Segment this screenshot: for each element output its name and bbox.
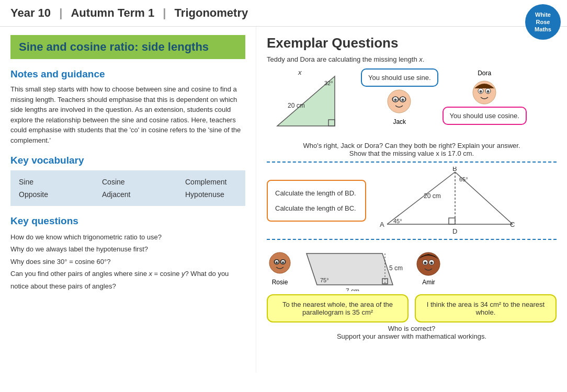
svg-text:C: C [510, 221, 515, 228]
dora-label: Dora [478, 70, 491, 77]
svg-text:45°: 45° [393, 218, 402, 224]
jack-label: Jack [393, 118, 406, 125]
section-title-box: Sine and cosine ratio: side lengths [10, 35, 245, 59]
jack-section: You should use sine. [361, 68, 438, 125]
notes-title: Notes and guidance [10, 68, 245, 80]
amir-yellow-bubble: I think the area is 34 cm² to the neares… [415, 294, 557, 322]
vocab-title: Key vocabulary [10, 155, 245, 166]
year-label: Year 10 [10, 6, 51, 19]
q3-footer: Who is correct? Support your answer with… [267, 325, 557, 340]
logo-line2: Rose [536, 18, 550, 26]
section-title: Sine and cosine ratio: side lengths [19, 40, 237, 54]
question-3: Why does sine 30° = cosine 60°? [10, 256, 245, 268]
vocab-complement: Complement [185, 178, 237, 186]
q2-instruction2: Calculate the length of BC. [275, 202, 358, 214]
vocab-row-2: Opposite Adjacent Hypotenuse [19, 188, 237, 201]
right-panel: Exemplar Questions Teddy and Dora are ca… [256, 27, 567, 373]
parallelogram-svg: 75° 5 cm 7 cm [301, 244, 406, 291]
pipe-1: | [59, 6, 62, 19]
q2-area: Calculate the length of BD. Calculate th… [267, 167, 557, 235]
rosie-bubble-text: To the nearest whole, the area of the pa… [282, 301, 393, 316]
term-label: Autumn Term 1 [71, 6, 154, 19]
dora-bubble-text: You should use cosine. [450, 112, 519, 120]
svg-point-43 [417, 252, 440, 275]
question-1: How do we know which trigonometric ratio… [10, 231, 245, 243]
svg-text:7 cm: 7 cm [346, 287, 359, 291]
svg-point-34 [282, 261, 284, 263]
jack-bubble: You should use sine. [361, 68, 438, 87]
logo-line3: Maths [535, 26, 551, 33]
svg-text:x: x [298, 68, 302, 76]
q3-footer1: Who is correct? [267, 325, 557, 332]
jack-bubble-text: You should use sine. [368, 74, 431, 82]
notes-text: This small step starts with how to choos… [10, 84, 245, 145]
q1-answer-text: Who's right, Jack or Dora? Can they both… [303, 142, 520, 149]
vocab-cosine: Cosine [102, 178, 154, 186]
vocab-row-1: Sine Cosine Complement [19, 176, 237, 188]
svg-point-8 [394, 99, 397, 101]
q3-bubbles: To the nearest whole, the area of the pa… [267, 294, 557, 322]
main-content: Sine and cosine ratio: side lengths Note… [0, 27, 567, 373]
question-2: Why do we always label the hypotenuse fi… [10, 243, 245, 255]
question-4: Can you find other pairs of angles where… [10, 268, 245, 292]
topic-label: Trigonometry [175, 6, 248, 19]
q2-triangle-svg: B A C D 20 cm 65° 45° [371, 167, 523, 235]
svg-point-16 [479, 90, 482, 93]
pipe-2: | [163, 6, 166, 19]
divider-1 [267, 162, 557, 163]
left-panel: Sine and cosine ratio: side lengths Note… [0, 27, 256, 373]
rosie-face [267, 250, 293, 279]
vocab-sine: Sine [19, 178, 71, 186]
svg-point-47 [430, 261, 433, 264]
amir-face [414, 250, 443, 279]
svg-text:D: D [452, 227, 457, 235]
dora-bubble: You should use cosine. [443, 107, 527, 125]
q3-area: Rosie 75° 5 cm 7 cm [267, 244, 557, 291]
svg-text:20 cm: 20 cm [288, 102, 305, 109]
q1-answer: Who's right, Jack or Dora? Can they both… [267, 142, 557, 157]
svg-point-9 [402, 99, 404, 101]
svg-text:65°: 65° [459, 176, 468, 182]
rosie-label: Rosie [272, 279, 288, 286]
rosie-section: Rosie [267, 250, 293, 286]
svg-text:A: A [380, 221, 384, 228]
svg-text:75°: 75° [320, 277, 329, 283]
dora-face [470, 78, 499, 107]
amir-label: Amir [422, 279, 435, 286]
svg-text:20 cm: 20 cm [424, 192, 441, 200]
q1-area: x 32° 20 cm You should use sine. [267, 68, 557, 139]
svg-marker-37 [307, 253, 393, 285]
amir-bubble-text: I think the area is 34 cm² to the neares… [427, 301, 545, 316]
q2-orange-box: Calculate the length of BD. Calculate th… [267, 180, 366, 222]
divider-2 [267, 239, 557, 240]
q1-triangle: x 32° 20 cm [267, 68, 356, 139]
q1-triangle-svg: x 32° 20 cm [267, 68, 356, 136]
svg-point-33 [276, 261, 278, 263]
jack-face [385, 87, 414, 118]
svg-point-46 [424, 261, 427, 264]
svg-point-5 [388, 90, 411, 113]
svg-text:32°: 32° [324, 80, 333, 86]
questions-title: Key questions [10, 215, 245, 227]
dora-section: Dora You should use cosine. [443, 70, 527, 125]
header-title: Year 10 | Autumn Term 1 | Trigonometry [10, 6, 248, 20]
q1-bubbles-row: You should use sine. [361, 68, 527, 125]
page-header: Year 10 | Autumn Term 1 | Trigonometry [0, 0, 567, 27]
rosie-yellow-bubble: To the nearest whole, the area of the pa… [267, 294, 409, 322]
svg-line-18 [387, 172, 455, 224]
svg-point-17 [486, 90, 489, 93]
amir-section: Amir [414, 250, 443, 286]
vocab-opposite: Opposite [19, 190, 71, 199]
q1-subtitle: Teddy and Dora are calculating the missi… [267, 55, 557, 63]
q3-footer2: Support your answer with mathematical wo… [267, 332, 557, 340]
vocab-hypotenuse: Hypotenuse [185, 190, 237, 199]
logo-line1: White [535, 11, 551, 18]
svg-rect-22 [449, 218, 455, 224]
svg-text:B: B [452, 167, 457, 172]
questions-text: How do we know which trigonometric ratio… [10, 231, 245, 292]
vocab-table: Sine Cosine Complement Opposite Adjacent… [10, 170, 245, 206]
svg-point-30 [269, 252, 290, 273]
q1-answer-text2: Show that the missing value x is 17.0 cm… [349, 149, 474, 157]
q2-instruction1: Calculate the length of BD. [275, 187, 358, 199]
vocab-adjacent: Adjacent [102, 190, 154, 199]
